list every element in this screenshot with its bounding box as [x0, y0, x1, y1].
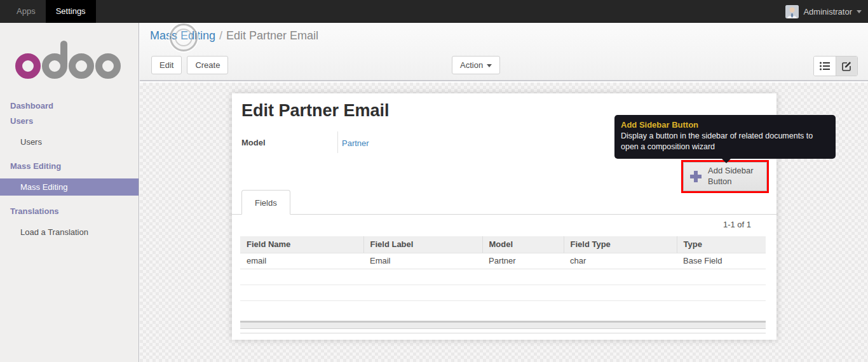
cell-model: Partner — [482, 253, 564, 269]
list-icon — [820, 62, 830, 70]
sidebar-item-users[interactable]: Users — [0, 133, 139, 151]
tooltip-body: Display a button in the sidebar of relat… — [621, 131, 829, 152]
sheet-bottom-divider — [240, 333, 766, 333]
logo-d — [42, 53, 67, 79]
sidebar-item-mass-editing[interactable]: Mass Editing — [0, 178, 139, 196]
notebook-tab-bar: Fields — [232, 189, 776, 215]
breadcrumb-separator: / — [215, 29, 226, 42]
tooltip-arrow — [721, 158, 731, 163]
create-button[interactable]: Create — [187, 56, 228, 74]
cell-field-type: char — [564, 253, 677, 269]
list-pager: 1-1 of 1 — [723, 220, 751, 229]
plus-icon — [690, 171, 702, 182]
menu-apps[interactable]: Apps — [6, 0, 46, 23]
logo-o1 — [15, 53, 41, 79]
model-field-value-link[interactable]: Partner — [342, 138, 369, 148]
tooltip-title: Add Sidebar Button — [621, 120, 829, 130]
edit-button[interactable]: Edit — [151, 56, 182, 74]
action-dropdown-button[interactable]: Action — [452, 56, 500, 74]
sidebar-heading-mass-editing[interactable]: Mass Editing — [0, 158, 139, 173]
user-name: Administrator — [803, 7, 852, 17]
empty-row — [240, 300, 766, 316]
list-view-button[interactable] — [814, 57, 836, 76]
record-buttons: Edit Create — [151, 56, 228, 74]
sidebar-heading-translations[interactable]: Translations — [0, 203, 139, 218]
logo-o3 — [95, 53, 121, 79]
column-header-field-type[interactable]: Field Type — [564, 236, 677, 253]
form-view-button[interactable] — [836, 57, 857, 76]
top-bar: Apps Settings Administrator — [0, 0, 868, 23]
empty-row — [240, 269, 766, 285]
field-separator — [337, 131, 338, 153]
tooltip: Add Sidebar Button Display a button in t… — [614, 115, 836, 159]
cell-field-name: email — [240, 253, 363, 269]
form-view-background: Edit Partner Email Model Partner Add Sid… — [140, 83, 868, 362]
odoo-logo — [15, 41, 123, 79]
user-menu[interactable]: Administrator — [785, 0, 862, 23]
main-area: Mass Editing/Edit Partner Email Edit Cre… — [140, 23, 868, 362]
sidebar-heading-users[interactable]: Users — [0, 113, 139, 128]
tab-fields[interactable]: Fields — [241, 190, 290, 215]
column-header-model[interactable]: Model — [482, 236, 564, 253]
cell-type: Base Field — [677, 253, 766, 269]
breadcrumb: Mass Editing/Edit Partner Email — [150, 29, 318, 43]
edit-form-icon — [842, 61, 852, 71]
table-horizontal-scrollbar[interactable] — [240, 321, 766, 329]
column-header-type[interactable]: Type — [677, 236, 766, 253]
user-avatar — [785, 5, 799, 18]
model-field-label: Model — [241, 138, 266, 147]
highlight-red-outline: Add Sidebar Button — [681, 160, 769, 193]
empty-row — [240, 285, 766, 300]
control-panel: Mass Editing/Edit Partner Email Edit Cre… — [140, 23, 868, 81]
logo-o2 — [69, 53, 94, 79]
table-header-row: Field Name Field Label Model Field Type … — [240, 236, 766, 253]
table-row[interactable]: email Email Partner char Base Field — [240, 253, 766, 269]
breadcrumb-link-mass-editing[interactable]: Mass Editing — [150, 29, 215, 42]
breadcrumb-current: Edit Partner Email — [226, 29, 318, 42]
form-sheet: Edit Partner Email Model Partner Add Sid… — [232, 93, 776, 340]
sidebar-item-load-translation[interactable]: Load a Translation — [0, 224, 139, 241]
column-header-field-label[interactable]: Field Label — [363, 236, 482, 253]
chevron-down-icon — [487, 64, 492, 67]
record-title: Edit Partner Email — [241, 101, 390, 121]
column-header-field-name[interactable]: Field Name — [240, 236, 363, 253]
chevron-down-icon — [857, 10, 862, 13]
sidebar-heading-dashboard[interactable]: Dashboard — [0, 98, 139, 113]
menu-settings[interactable]: Settings — [46, 0, 96, 23]
fields-table: Field Name Field Label Model Field Type … — [240, 236, 766, 316]
add-sidebar-button[interactable]: Add Sidebar Button — [683, 162, 767, 191]
top-menu: Apps Settings — [6, 0, 96, 23]
app-sidebar: Dashboard Users Users Mass Editing Mass … — [0, 23, 139, 362]
cell-field-label: Email — [363, 253, 482, 269]
view-switcher — [813, 56, 858, 76]
